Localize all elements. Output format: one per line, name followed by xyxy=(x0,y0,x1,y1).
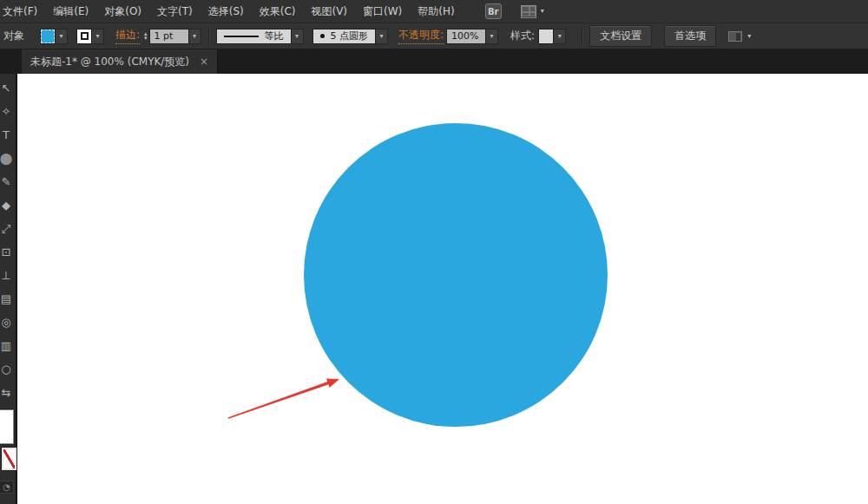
magic-wand-tool[interactable]: ✧ xyxy=(0,100,16,123)
chevron-down-icon: ▾ xyxy=(95,33,99,40)
document-tab[interactable]: 未标题-1* @ 100% (CMYK/预览) × xyxy=(22,49,218,74)
menu-edit[interactable]: 编辑(E) xyxy=(45,4,96,19)
blue-circle-shape[interactable] xyxy=(304,123,608,427)
zoom-tool[interactable]: ○ xyxy=(0,357,16,381)
brush-preview-icon xyxy=(320,34,325,38)
menu-object[interactable]: 对象(O) xyxy=(96,4,149,19)
stroke-weight-dropdown[interactable]: ▾ xyxy=(189,29,201,44)
gradient-icon: ◔ xyxy=(3,482,10,492)
document-setup-button[interactable]: 文档设置 xyxy=(589,25,652,47)
width-tool-icon: ⊥ xyxy=(0,269,16,282)
stroke-profile-preview xyxy=(224,36,259,37)
context-label: 对象 xyxy=(0,29,40,43)
workspace-grid-icon xyxy=(521,5,536,18)
style-label: 样式: xyxy=(507,29,538,43)
width-profile-select[interactable]: 等比 xyxy=(216,29,292,44)
brush-select[interactable]: 5 点圆形 xyxy=(312,29,377,44)
hand-tool-icon: ⇆ xyxy=(0,386,16,399)
menu-effect[interactable]: 效果(C) xyxy=(252,4,304,19)
brush-dropdown[interactable]: ▾ xyxy=(376,29,388,44)
scale-tool-icon: ⤢ xyxy=(0,222,16,236)
selection-tool[interactable]: ↖ xyxy=(0,76,16,100)
menu-select[interactable]: 选择(S) xyxy=(201,4,252,19)
chevron-down-icon: ▾ xyxy=(295,33,299,40)
style-swatch[interactable] xyxy=(538,29,554,44)
fill-stroke-indicator xyxy=(0,409,16,475)
ellipse-tool[interactable]: ⬤ xyxy=(0,147,16,170)
tools-panel: ↖ ✧ T ⬤ ✎ ◆ ⤢ ⊡ ⊥ ▤ ◎ ▥ ○ ⇆ ◔ xyxy=(0,74,17,504)
eraser-icon: ◆ xyxy=(0,199,16,212)
artboard-tool[interactable]: ⊡ xyxy=(0,240,16,264)
document-tab-bar: 未标题-1* @ 100% (CMYK/预览) × xyxy=(0,49,868,74)
width-profile-dropdown[interactable]: ▾ xyxy=(292,29,304,44)
menu-type[interactable]: 文字(T) xyxy=(149,4,201,19)
menu-items: 文件(F) 编辑(E) 对象(O) 文字(T) 选择(S) 效果(C) 视图(V… xyxy=(0,4,463,19)
stroke-color-swatch[interactable] xyxy=(76,29,92,44)
eraser-tool[interactable]: ◆ xyxy=(0,193,16,217)
stroke-weight-stepper[interactable]: ▴ ▾ xyxy=(144,32,148,41)
opacity-dropdown[interactable]: ▾ xyxy=(486,29,498,44)
fill-color-swatch[interactable] xyxy=(40,29,56,44)
menu-file[interactable]: 文件(F) xyxy=(0,4,45,19)
ellipse-tool-icon: ⬤ xyxy=(0,152,16,165)
brush-value: 5 点圆形 xyxy=(331,29,369,43)
chevron-down-icon: ▾ xyxy=(747,33,751,40)
artboard-canvas[interactable] xyxy=(17,74,868,504)
separator xyxy=(208,26,209,47)
shape-builder-icon: ◎ xyxy=(0,316,16,329)
chevron-down-icon: ▾ xyxy=(541,8,544,15)
chevron-down-icon: ▾ xyxy=(193,33,196,40)
stroke-color-dropdown[interactable]: ▾ xyxy=(92,29,104,44)
blend-tool[interactable]: ▤ xyxy=(0,287,16,311)
type-tool[interactable]: T xyxy=(0,123,16,147)
hand-tool[interactable]: ⇆ xyxy=(0,381,16,404)
artwork-layer xyxy=(17,74,868,504)
type-tool-icon: T xyxy=(0,128,16,141)
step-down-icon: ▾ xyxy=(144,36,148,41)
fill-color-control: ▾ xyxy=(40,29,68,44)
stroke-square-icon xyxy=(81,32,89,40)
stroke-weight-input[interactable]: 1 pt xyxy=(149,29,189,44)
chevron-down-icon: ▾ xyxy=(490,33,494,40)
width-profile-value: 等比 xyxy=(265,29,284,43)
menu-view[interactable]: 视图(V) xyxy=(303,4,355,19)
fill-indicator[interactable] xyxy=(0,409,14,444)
fill-color-dropdown[interactable]: ▾ xyxy=(56,29,68,44)
artboard-icon: ⊡ xyxy=(0,245,16,259)
style-control: ▾ xyxy=(538,29,566,44)
red-annotation-arrow xyxy=(228,378,339,418)
scale-tool[interactable]: ⤢ xyxy=(0,217,16,240)
opacity-label[interactable]: 不透明度: xyxy=(398,28,444,44)
opacity-input[interactable]: 100% xyxy=(446,29,486,44)
menu-window[interactable]: 窗口(W) xyxy=(355,4,410,19)
stroke-none-indicator[interactable] xyxy=(2,448,16,470)
magic-wand-icon: ✧ xyxy=(0,105,16,118)
pencil-icon: ✎ xyxy=(0,175,16,188)
bridge-icon[interactable]: Br xyxy=(485,3,502,19)
stroke-color-control: ▾ xyxy=(76,29,104,44)
control-bar: 对象 ▾ ▾ 描边: ▴ ▾ 1 pt ▾ 等比 ▾ 5 点圆形 ▾ 不透明度: xyxy=(0,23,868,49)
chevron-down-icon: ▾ xyxy=(59,33,62,40)
selection-tool-icon: ↖ xyxy=(0,82,16,95)
zoom-tool-icon: ○ xyxy=(0,363,16,376)
width-tool[interactable]: ⊥ xyxy=(0,264,16,287)
chevron-down-icon: ▾ xyxy=(380,33,384,40)
gradient-button[interactable]: ◔ xyxy=(0,481,14,494)
graph-tool[interactable]: ▥ xyxy=(0,334,16,357)
pencil-tool[interactable]: ✎ xyxy=(0,170,16,193)
blend-tool-icon: ▤ xyxy=(0,292,16,305)
workspace-switcher[interactable]: ▾ xyxy=(521,5,544,18)
graph-tool-icon: ▥ xyxy=(0,339,16,352)
arrange-panel-control[interactable]: ▾ xyxy=(728,31,751,42)
preferences-button[interactable]: 首选项 xyxy=(664,25,716,47)
style-dropdown[interactable]: ▾ xyxy=(554,29,566,44)
stroke-weight-label[interactable]: 描边: xyxy=(115,28,140,44)
close-icon[interactable]: × xyxy=(200,56,208,68)
panel-icon xyxy=(728,31,742,42)
separator xyxy=(582,26,582,47)
chevron-down-icon: ▾ xyxy=(558,33,562,40)
menu-help[interactable]: 帮助(H) xyxy=(410,4,462,19)
shape-builder-tool[interactable]: ◎ xyxy=(0,311,16,334)
menu-bar: 文件(F) 编辑(E) 对象(O) 文字(T) 选择(S) 效果(C) 视图(V… xyxy=(0,0,868,23)
document-tab-title: 未标题-1* @ 100% (CMYK/预览) xyxy=(30,55,189,69)
